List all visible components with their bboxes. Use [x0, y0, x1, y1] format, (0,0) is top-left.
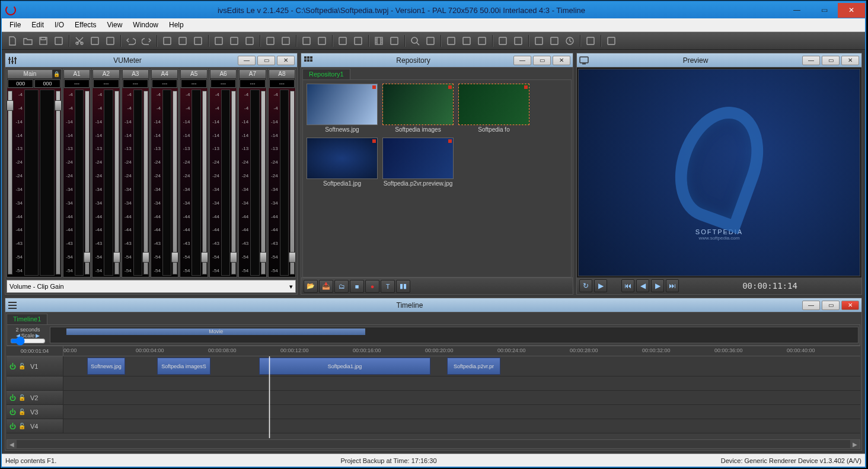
panel-maximize-button[interactable]: ▭ [533, 56, 551, 65]
panel-maximize-button[interactable]: ▭ [257, 56, 275, 65]
track-lane[interactable] [63, 391, 860, 404]
track-header[interactable] [7, 377, 63, 390]
lock-icon[interactable]: 🔒 [53, 70, 61, 78]
snap-left-button[interactable] [175, 34, 190, 48]
preview-viewport[interactable]: SOFTPEDIA www.softpedia.com [578, 69, 860, 276]
scroll-right-button[interactable]: ▶ [850, 440, 860, 448]
link-button[interactable] [263, 34, 277, 48]
vu-fader[interactable] [8, 91, 12, 275]
vu-fader[interactable] [114, 91, 119, 275]
track-lock-button[interactable]: 🔓 [18, 409, 25, 416]
track-power-button[interactable]: ⏻ [9, 423, 16, 430]
vu-fader[interactable] [202, 91, 207, 275]
track-lock-button[interactable]: 🔓 [18, 363, 25, 370]
preview-step-fwd-button[interactable]: ▶ [651, 279, 664, 292]
repo-item[interactable]: Softpedia.p2vr.preview.jpg [382, 138, 454, 187]
repo-item[interactable]: Softpedia images [382, 84, 454, 133]
repo-import-button[interactable]: 📥 [319, 280, 333, 293]
panel-maximize-button[interactable]: ▭ [822, 301, 840, 310]
wrench-button[interactable] [52, 34, 66, 48]
maximize-button[interactable]: ▭ [810, 3, 838, 18]
vu-fader[interactable] [173, 91, 177, 275]
timeline-tab[interactable]: Timeline1 [7, 314, 47, 324]
track-lane[interactable] [63, 405, 860, 419]
repo-stop-button[interactable]: ■ [350, 280, 364, 293]
track-power-button[interactable]: ⏻ [9, 409, 16, 416]
paste-button[interactable] [103, 34, 117, 48]
track-header[interactable]: ⏻🔓V2 [7, 391, 63, 404]
menu-help[interactable]: Help [164, 19, 189, 31]
grid-sm-button[interactable] [444, 34, 458, 48]
track-lane[interactable] [63, 419, 860, 433]
preview-go-end-button[interactable]: ⏭ [666, 279, 679, 292]
cut-button[interactable] [72, 34, 87, 48]
monitor-button[interactable] [496, 34, 510, 48]
vu-fader[interactable] [261, 91, 266, 275]
preview-loop-button[interactable]: ↻ [579, 279, 592, 292]
panel-close-button[interactable]: ✕ [841, 56, 859, 65]
repo-browse-button[interactable]: 🗂 [334, 280, 349, 293]
download-button[interactable] [387, 34, 401, 48]
vu-fader[interactable] [56, 91, 60, 275]
panel-maximize-button[interactable]: ▭ [822, 56, 840, 65]
slip-button[interactable] [336, 34, 350, 48]
repo-open-button[interactable]: 📂 [304, 280, 318, 293]
track-power-button[interactable]: ⏻ [9, 394, 16, 401]
eject-button[interactable] [604, 34, 618, 48]
repository-tab[interactable]: Repository1 [302, 69, 350, 79]
split-button[interactable] [160, 34, 174, 48]
repo-text-button[interactable]: T [381, 280, 395, 293]
sliders-button[interactable] [475, 34, 489, 48]
marker-out-button[interactable] [227, 34, 241, 48]
minimize-button[interactable]: — [783, 3, 810, 18]
scroll-left-button[interactable]: ◀ [7, 440, 17, 448]
close-button[interactable]: ✕ [838, 3, 865, 18]
panel-close-button[interactable]: ✕ [841, 301, 859, 310]
repository-header[interactable]: Repository — ▭ ✕ [301, 53, 573, 68]
copy-button[interactable] [88, 34, 102, 48]
snap-right-button[interactable] [191, 34, 205, 48]
redo-button[interactable] [139, 34, 154, 48]
timeline-header[interactable]: Timeline — ▭ ✕ [5, 298, 861, 312]
fx-refresh-button[interactable] [511, 34, 525, 48]
track-header[interactable]: ⏻🔓V1 [7, 356, 63, 376]
marker-in-button[interactable] [212, 34, 226, 48]
film-button[interactable] [372, 34, 386, 48]
timeline-ruler[interactable]: 00:00:01:04 00:0000:00:04:0000:00:08:000… [7, 346, 860, 356]
fx-alt-button[interactable] [547, 34, 561, 48]
repo-rec-button[interactable]: ● [365, 280, 379, 293]
panel-close-button[interactable]: ✕ [277, 56, 295, 65]
track-header[interactable]: ⏻🔓V3 [7, 405, 63, 419]
track-power-button[interactable]: ⏻ [9, 363, 16, 370]
undo-button[interactable] [124, 34, 138, 48]
menu-view[interactable]: View [102, 19, 128, 31]
timeline-clip[interactable]: Softpedia imagesS [157, 358, 210, 375]
panel-minimize-button[interactable]: — [238, 56, 256, 65]
timeline-hscroll[interactable]: ◀ ▶ [7, 439, 860, 449]
warn-button[interactable] [583, 34, 598, 48]
vu-fader[interactable] [143, 91, 148, 275]
preview-header[interactable]: Preview — ▭ ✕ [577, 53, 861, 68]
vumeter-mode-dropdown[interactable]: Volume - Clip Gain ▾ [7, 280, 296, 293]
menu-effects[interactable]: Effects [69, 19, 101, 31]
crop-button[interactable] [242, 34, 257, 48]
repo-item[interactable]: Softnews.jpg [307, 84, 378, 133]
menu-window[interactable]: Window [127, 19, 164, 31]
zoom-button[interactable] [408, 34, 422, 48]
vu-fader[interactable] [290, 91, 295, 275]
track-lane[interactable] [63, 377, 860, 390]
panel-minimize-button[interactable]: — [802, 56, 820, 65]
menu-io[interactable]: I/O [49, 19, 69, 31]
overview-clip[interactable]: Movie [66, 328, 365, 335]
repo-bars-button[interactable]: ▮▮ [396, 280, 410, 293]
open-button[interactable] [21, 34, 35, 48]
timeline-clip[interactable]: Softnews.jpg [87, 358, 125, 375]
vumeter-header[interactable]: VUMeter — ▭ ✕ [5, 53, 297, 68]
fx-button[interactable] [532, 34, 546, 48]
vu-fader[interactable] [231, 91, 236, 275]
panel-minimize-button[interactable]: — [513, 56, 531, 65]
track-lock-button[interactable]: 🔓 [18, 394, 25, 401]
preview-go-start-button[interactable]: ⏮ [621, 279, 634, 292]
grid-dots-button[interactable] [459, 34, 474, 48]
scale-slider[interactable] [10, 339, 46, 343]
